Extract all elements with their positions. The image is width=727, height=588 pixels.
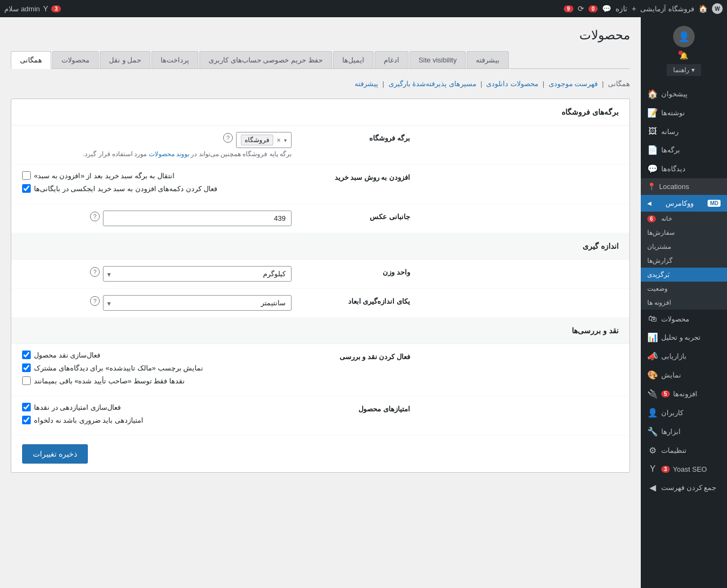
activity-icon-wrapper: 🔔: [680, 52, 688, 60]
yoast-icon: Y: [647, 464, 658, 474]
cart-redirect-label: انتقال به برگه سبد خرید بعد از «افزودن ب…: [34, 172, 175, 180]
sidebar-item-marketing[interactable]: بازاریابی 📣: [641, 347, 727, 366]
breadcrumb-paths[interactable]: مسیرهای پذیرفته‌شدهٔ بارگیری: [389, 80, 476, 88]
notification-badge: 3: [51, 5, 61, 12]
cart-behavior-label: افزودن به روش سبد خرید: [302, 171, 410, 181]
dimension-unit-select[interactable]: سانتیمتر متر میلیمتر اینچ یارد: [103, 295, 292, 311]
store-page-select[interactable]: ▾ ✕ فروشگاه: [236, 132, 292, 148]
enable-reviews-label: فعال کردن نقد و بررسی: [302, 351, 410, 361]
enable-ratings-checkbox[interactable]: [22, 403, 31, 411]
sidebar-item-media[interactable]: رسانه 🖼: [641, 122, 727, 141]
settings-icon: ⚙: [647, 445, 658, 456]
cart-redirect-checkbox[interactable]: [22, 171, 31, 180]
sidebar-item-label: تنظیمات: [661, 446, 687, 454]
enable-ratings-checkbox-row: فعال‌سازی امتیازدهی در نقدها: [22, 403, 292, 411]
select-clear-icon[interactable]: ✕: [276, 137, 281, 143]
pages-icon: 📄: [647, 145, 658, 155]
guide-button[interactable]: ▾ راهنما: [667, 64, 701, 76]
yoast-badge: 3: [661, 466, 670, 473]
sidebar-item-dashboard[interactable]: پیشخوان 🏠: [641, 85, 727, 103]
sidebar-item-label: دیدگاه‌ها: [661, 165, 686, 173]
ratings-required-checkbox-row: امتیازدهی باید ضروری باشد نه دلخواه: [22, 416, 292, 424]
tag-label: فروشگاه: [245, 136, 269, 144]
weight-unit-select[interactable]: کیلوگرم گرم پوند اونس: [103, 266, 292, 282]
sidebar-item-analytics[interactable]: تجربه و تحلیل 📊: [641, 328, 727, 347]
store-page-help-icon[interactable]: ?: [223, 133, 233, 143]
tab-checkout[interactable]: پرداخت‌ها: [151, 51, 198, 68]
new-icon[interactable]: +: [632, 4, 636, 13]
sidebar-item-settings[interactable]: تنظیمات ⚙: [641, 441, 727, 460]
reviews-only-verified-checkbox[interactable]: [22, 376, 31, 385]
woo-submenu-customers[interactable]: مشتریان: [641, 240, 727, 254]
new-label: تازه: [615, 4, 627, 13]
sidebar-item-posts[interactable]: نوشته‌ها 📝: [641, 103, 727, 122]
woo-submenu-settings[interactable]: بَرگزیدی: [641, 268, 727, 282]
tab-integration[interactable]: ادغام: [375, 51, 408, 68]
sidebar-item-woocommerce[interactable]: MD ووکامرس ◀: [641, 195, 727, 212]
woo-submenu-home[interactable]: خانه 6: [641, 212, 727, 226]
sidebar-item-comments[interactable]: دیدگاه‌ها 💬: [641, 159, 727, 178]
sidebar-item-appearance[interactable]: نمایش 🎨: [641, 366, 727, 384]
sidebar-item-tools[interactable]: ابزارها 🔧: [641, 422, 727, 441]
ajax-add-label: فعال کردن دکمه‌های افزودن به سبد خرید ای…: [34, 185, 217, 193]
sidebar-item-users[interactable]: کاربران 👤: [641, 403, 727, 422]
tab-accounts[interactable]: حفظ حریم خصوصی حساب‌های کاربری: [199, 51, 331, 68]
save-button[interactable]: ذخیره تغییرات: [22, 444, 88, 464]
tab-emails[interactable]: ایمیل‌ها: [333, 51, 373, 68]
sidebar-item-yoast[interactable]: Yoast SEO 3 Y: [641, 460, 727, 478]
placeholder-row: جانبانی عکس ?: [11, 204, 629, 233]
activity-dot: [678, 51, 683, 55]
submenu-item-label: وضعیت: [647, 285, 668, 292]
sidebar-item-collapse[interactable]: جمع کردن فهرست ◀: [641, 478, 727, 497]
weight-unit-label: واحد وزن: [302, 266, 410, 276]
placeholder-input[interactable]: [103, 211, 292, 226]
sidebar-item-plugins[interactable]: افزونه‌ها 5 🔌: [641, 384, 727, 403]
submenu-item-label: گزارش‌ها: [647, 257, 673, 264]
comment-icon[interactable]: 💬: [602, 4, 611, 13]
dimension-unit-help: سانتیمتر متر میلیمتر اینچ یارد ?: [22, 295, 292, 311]
verified-owner-checkbox[interactable]: [22, 363, 31, 372]
update-icon[interactable]: ⟳: [578, 4, 584, 13]
placeholder-help-icon[interactable]: ?: [90, 212, 100, 221]
dimension-unit-label: یکای اندازه‌گیری ابعاد: [302, 295, 410, 305]
sidebar-item-products[interactable]: محصولات 🛍: [641, 310, 727, 328]
weight-unit-help-icon[interactable]: ?: [90, 267, 100, 277]
sidebar: 👤 🔔 ▾ راهنما پیشخوان 🏠 نوشته‌ها 📝 رسانه …: [641, 17, 727, 588]
posts-icon: 📝: [647, 108, 658, 118]
ajax-add-to-cart-checkbox-row: فعال کردن دکمه‌های افزودن به سبد خرید ای…: [22, 184, 292, 193]
woo-submenu-reports[interactable]: گزارش‌ها: [641, 254, 727, 268]
product-ratings-control: فعال‌سازی امتیازدهی در نقدها امتیازدهی ب…: [22, 403, 292, 429]
wordpress-logo[interactable]: W: [712, 3, 723, 14]
woo-submenu-status[interactable]: وضعیت: [641, 282, 727, 296]
store-page-row: برگه فروشگاه ▾ ✕ فروشگاه ? برگه پا: [11, 125, 629, 165]
breadcrumb-products[interactable]: فهرست موجودی: [549, 80, 598, 88]
tab-shipping[interactable]: حمل و نقل: [100, 51, 150, 68]
sidebar-item-locations[interactable]: Locations 📍: [641, 178, 727, 195]
ratings-required-checkbox[interactable]: [22, 416, 31, 424]
sidebar-item-label: پیشخوان: [661, 90, 688, 98]
layout: 👤 🔔 ▾ راهنما پیشخوان 🏠 نوشته‌ها 📝 رسانه …: [0, 17, 727, 588]
ajax-add-checkbox[interactable]: [22, 184, 31, 193]
dimension-unit-help-icon[interactable]: ?: [90, 296, 100, 306]
hint-link[interactable]: بووند محصولات: [149, 150, 189, 158]
woo-submenu-orders[interactable]: سفارش‌ها: [641, 226, 727, 240]
sidebar-item-pages[interactable]: برگه‌ها 📄: [641, 141, 727, 159]
select-arrow-icon: ▾: [284, 137, 287, 143]
sidebar-item-label: کاربران: [661, 409, 683, 417]
settings-card: برگه‌های فروشگاه برگه فروشگاه ▾ ✕ فروشگا…: [11, 99, 630, 473]
woo-submenu-extensions[interactable]: افزونه ها: [641, 296, 727, 310]
dashboard-icon: 🏠: [647, 89, 658, 99]
tab-site-visibility[interactable]: Site visibility: [410, 51, 466, 68]
plugins-icon: 🔌: [647, 389, 658, 399]
verified-owner-checkbox-row: نمایش برچسب «مالک تاییدشده» برای دیدگاه‌…: [22, 363, 292, 372]
yoast-icon[interactable]: Y: [43, 4, 48, 13]
sidebar-item-label: بازاریابی: [661, 352, 687, 360]
tab-advanced[interactable]: بیشرفته: [467, 51, 509, 68]
breadcrumb-downloaded[interactable]: محصولات دانلودی: [486, 80, 538, 88]
tab-general[interactable]: همگانی: [11, 51, 51, 69]
tab-products[interactable]: محصولات: [52, 51, 99, 68]
dimension-unit-row: یکای اندازه‌گیری ابعاد سانتیمتر متر میلی…: [11, 289, 629, 318]
home-icon[interactable]: 🏠: [698, 4, 708, 13]
breadcrumb-advanced[interactable]: پیشرفته: [355, 80, 378, 88]
enable-product-reviews-checkbox[interactable]: [22, 351, 31, 359]
